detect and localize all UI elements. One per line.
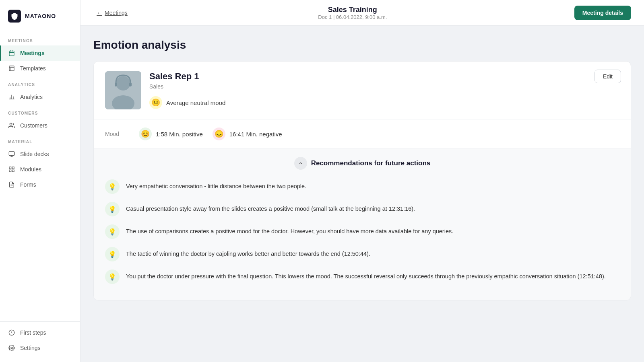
recommendation-item-1: 💡 Very empathetic conversation - little … <box>105 179 619 194</box>
sidebar-item-meetings[interactable]: Meetings <box>0 45 80 61</box>
modules-icon <box>8 166 15 173</box>
slides-icon <box>8 150 15 158</box>
recommendation-item-3: 💡 The use of comparisons creates a posit… <box>105 224 619 239</box>
recommendations-title: Recommendations for future actions <box>311 159 431 167</box>
topbar-center: Sales Training Doc 1 | 06.04.2022, 9:00 … <box>318 6 387 20</box>
recommendation-item-5: 💡 You put the doctor under pressure with… <box>105 269 619 284</box>
recommendation-item-2: 💡 Casual presentation style away from th… <box>105 202 619 216</box>
collapse-recommendations-button[interactable] <box>294 157 307 170</box>
lightbulb-icon-4: 💡 <box>105 247 120 261</box>
lightbulb-icon-2: 💡 <box>105 202 120 216</box>
svg-rect-12 <box>9 152 14 155</box>
sidebar-item-forms-label: Forms <box>20 181 36 188</box>
svg-point-22 <box>11 347 12 349</box>
recommendation-text-5: You put the doctor under pressure with t… <box>126 269 606 281</box>
sidebar-item-customers[interactable]: Customers <box>0 118 80 133</box>
avatar-svg <box>105 71 141 109</box>
gear-icon <box>8 344 15 352</box>
recommendation-text-1: Very empathetic conversation - little di… <box>126 179 306 191</box>
average-mood-label: Average neutral mood <box>166 99 225 106</box>
lightbulb-icon-3: 💡 <box>105 224 120 239</box>
sidebar-item-first-steps-label: First steps <box>20 329 46 336</box>
back-button[interactable]: ← Meetings <box>93 8 131 18</box>
person-avatar <box>105 71 141 109</box>
chart-icon <box>8 93 15 101</box>
mood-stats-label: Mood <box>105 131 129 137</box>
logo-text: MATAONO <box>25 13 56 19</box>
negative-mood-icon: 😞 <box>213 128 225 140</box>
sidebar-item-meetings-label: Meetings <box>20 50 45 56</box>
sidebar-item-templates[interactable]: Templates <box>0 61 80 76</box>
sidebar-item-first-steps[interactable]: First steps <box>0 325 80 340</box>
users-icon <box>8 122 15 129</box>
topbar-left: ← Meetings <box>93 8 131 18</box>
sidebar-item-analytics-label: Analytics <box>20 94 43 100</box>
back-label: Meetings <box>105 10 128 16</box>
sidebar-item-settings[interactable]: Settings <box>0 340 80 356</box>
svg-rect-17 <box>12 170 14 172</box>
mood-average: 😐 Average neutral mood <box>149 96 619 109</box>
person-name: Sales Rep 1 <box>149 71 619 82</box>
calendar-icon <box>8 49 15 57</box>
mood-stats: Mood 😊 1:58 Min. positive 😞 16:41 Min. n… <box>94 119 631 149</box>
recommendation-item-4: 💡 The tactic of winning the doctor by ca… <box>105 247 619 261</box>
svg-rect-27 <box>129 82 132 86</box>
topbar: ← Meetings Sales Training Doc 1 | 06.04.… <box>80 0 644 26</box>
avatar-image <box>105 71 141 109</box>
svg-rect-26 <box>115 82 117 86</box>
sidebar-item-templates-label: Templates <box>20 65 46 72</box>
person-role: Sales <box>149 83 619 90</box>
svg-rect-16 <box>12 167 14 169</box>
sidebar-item-forms[interactable]: Forms <box>0 177 80 192</box>
recommendations-section: Recommendations for future actions 💡 Ver… <box>94 149 631 300</box>
negative-mood-stat: 😞 16:41 Min. negative <box>213 128 282 140</box>
section-label-analytics: ANALYTICS <box>0 76 80 89</box>
neutral-mood-icon: 😐 <box>149 96 162 109</box>
sidebar: MATAONO MEETINGS Meetings Templates ANAL… <box>0 0 80 362</box>
topbar-title: Sales Training <box>318 6 387 14</box>
forms-icon <box>8 181 15 188</box>
negative-time: 16:41 Min. negative <box>229 131 282 138</box>
svg-rect-4 <box>9 66 14 71</box>
lightbulb-icon-5: 💡 <box>105 269 120 284</box>
recommendations-header: Recommendations for future actions <box>105 157 619 170</box>
sidebar-item-customers-label: Customers <box>20 122 47 129</box>
lightbulb-icon-1: 💡 <box>105 179 120 194</box>
content-area: Emotion analysis <box>80 26 644 362</box>
positive-time: 1:58 Min. positive <box>156 131 203 138</box>
svg-point-11 <box>10 123 12 125</box>
sidebar-item-settings-label: Settings <box>20 345 41 351</box>
person-info: Sales Rep 1 Sales 😐 Average neutral mood <box>149 71 619 109</box>
sidebar-item-slide-decks[interactable]: Slide decks <box>0 146 80 162</box>
recommendation-text-2: Casual presentation style away from the … <box>126 202 415 214</box>
section-label-material: MATERIAL <box>0 133 80 146</box>
sidebar-item-slide-decks-label: Slide decks <box>20 151 49 157</box>
sidebar-item-modules-label: Modules <box>20 166 41 173</box>
recommendation-text-4: The tactic of winning the doctor by cajo… <box>126 247 370 259</box>
positive-mood-icon: 😊 <box>139 128 152 140</box>
svg-point-24 <box>116 76 130 90</box>
person-section: Sales Rep 1 Sales 😐 Average neutral mood… <box>94 62 631 119</box>
back-arrow-icon: ← <box>97 10 102 16</box>
emotion-analysis-card: Sales Rep 1 Sales 😐 Average neutral mood… <box>93 61 631 300</box>
positive-mood-stat: 😊 1:58 Min. positive <box>139 128 203 140</box>
template-icon <box>8 65 15 72</box>
topbar-subtitle: Doc 1 | 06.04.2022, 9:00 a.m. <box>318 14 387 20</box>
main-content: ← Meetings Sales Training Doc 1 | 06.04.… <box>80 0 644 362</box>
logo: MATAONO <box>0 6 80 32</box>
sidebar-item-analytics[interactable]: Analytics <box>0 89 80 105</box>
edit-button[interactable]: Edit <box>594 70 621 83</box>
logo-icon <box>8 10 21 23</box>
section-label-customers: CUSTOMERS <box>0 105 80 118</box>
svg-rect-0 <box>9 51 14 56</box>
section-label-meetings: MEETINGS <box>0 32 80 45</box>
page-title: Emotion analysis <box>93 39 631 51</box>
svg-rect-15 <box>9 167 11 169</box>
steps-icon <box>8 329 15 336</box>
sidebar-item-modules[interactable]: Modules <box>0 162 80 177</box>
meeting-details-button[interactable]: Meeting details <box>574 6 631 20</box>
recommendation-text-3: The use of comparisons creates a positiv… <box>126 224 453 236</box>
svg-rect-18 <box>9 170 11 172</box>
